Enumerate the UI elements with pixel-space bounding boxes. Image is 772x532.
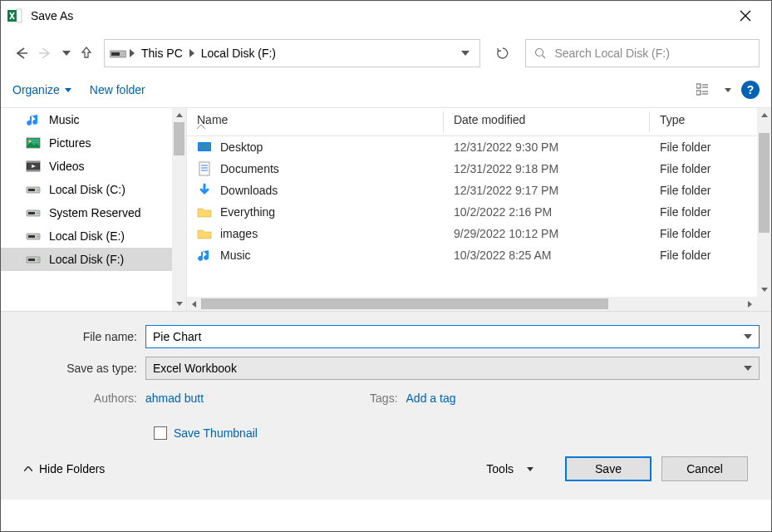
tree-item[interactable]: Local Disk (C:) [1, 178, 172, 201]
drive-icon [26, 205, 41, 220]
svg-rect-18 [27, 170, 40, 171]
tree-item[interactable]: Local Disk (E:) [1, 224, 172, 248]
column-date[interactable]: Date modified [444, 108, 650, 135]
authors-value[interactable]: ahmad butt [145, 392, 204, 405]
breadcrumb-location[interactable]: Local Disk (F:) [198, 47, 279, 60]
file-date: 12/31/2022 9:18 PM [444, 161, 650, 176]
back-button[interactable] [12, 45, 29, 62]
svg-point-27 [37, 236, 39, 238]
file-name-dropdown-icon[interactable] [744, 334, 752, 339]
file-row[interactable]: Everything 10/2/2022 2:16 PM File folder [187, 201, 771, 223]
file-vertical-scrollbar[interactable] [757, 108, 771, 297]
column-type[interactable]: Type [650, 108, 771, 135]
tags-value[interactable]: Add a tag [406, 392, 456, 405]
file-type: File folder [650, 161, 771, 176]
svg-rect-26 [28, 235, 35, 238]
file-name-input[interactable] [153, 330, 744, 343]
scroll-down-icon[interactable] [757, 283, 771, 297]
file-type: File folder [650, 248, 771, 263]
save-thumbnail-label[interactable]: Save Thumbnail [174, 426, 258, 440]
save-type-label: Save as type: [12, 362, 145, 375]
file-name: images [220, 227, 258, 240]
tree-item[interactable]: System Reserved [1, 201, 172, 224]
file-horizontal-scrollbar[interactable] [187, 297, 771, 311]
organize-menu[interactable]: Organize [12, 83, 71, 96]
save-type-dropdown-icon [744, 366, 752, 371]
tree-item-label: Local Disk (C:) [49, 183, 125, 196]
search-box[interactable] [525, 39, 760, 67]
tree-scrollbar[interactable] [172, 108, 186, 311]
titlebar: Save As [1, 1, 771, 31]
scroll-thumb[interactable] [201, 298, 608, 309]
file-name-field-wrap[interactable] [145, 325, 760, 348]
toolbar: Organize New folder ? [1, 76, 771, 108]
folder-icon [197, 226, 212, 241]
new-folder-button[interactable]: New folder [90, 83, 145, 96]
chevron-right-icon [130, 49, 135, 57]
file-row[interactable]: images 9/29/2022 10:12 PM File folder [187, 223, 771, 244]
scroll-left-icon[interactable] [187, 301, 201, 308]
scroll-right-icon[interactable] [743, 301, 757, 308]
tree-item[interactable]: Videos [1, 155, 172, 178]
music-icon [26, 112, 41, 127]
file-row[interactable]: Desktop 12/31/2022 9:30 PM File folder [187, 136, 771, 158]
hide-folders-button[interactable]: Hide Folders [24, 462, 105, 475]
search-input[interactable] [554, 47, 750, 60]
save-type-select[interactable]: Excel Workbook [145, 357, 760, 380]
chevron-up-icon [24, 466, 32, 471]
close-button[interactable] [726, 2, 765, 29]
recent-locations-dropdown[interactable] [62, 51, 71, 56]
tree-item[interactable]: Pictures [1, 131, 172, 155]
refresh-button[interactable] [489, 39, 517, 67]
file-row[interactable]: Downloads 12/31/2022 9:17 PM File folder [187, 180, 771, 201]
scroll-down-icon[interactable] [172, 297, 186, 311]
forward-button[interactable] [37, 45, 54, 62]
save-button[interactable]: Save [565, 456, 652, 481]
file-type: File folder [650, 226, 771, 241]
up-button[interactable] [79, 45, 96, 62]
file-header[interactable]: Name Date modified Type [187, 108, 771, 136]
file-row[interactable]: Documents 12/31/2022 9:18 PM File folder [187, 158, 771, 180]
videos-icon [26, 159, 41, 174]
cancel-button[interactable]: Cancel [661, 456, 748, 481]
form-area: File name: Save as type: Excel Workbook … [1, 311, 771, 500]
address-bar[interactable]: This PC Local Disk (F:) [104, 39, 480, 67]
tree-item-label: Pictures [49, 136, 91, 150]
file-name: Documents [220, 162, 279, 175]
svg-rect-17 [27, 161, 40, 163]
svg-rect-5 [111, 52, 120, 56]
scroll-up-icon[interactable] [757, 108, 771, 122]
save-thumbnail-checkbox[interactable] [154, 426, 167, 440]
view-dropdown-icon[interactable] [725, 88, 731, 92]
svg-rect-20 [28, 189, 35, 191]
file-name: Music [220, 249, 251, 262]
music-icon [197, 248, 212, 263]
tree-item-label: Local Disk (F:) [49, 253, 124, 266]
tools-menu[interactable]: Tools [486, 462, 534, 475]
download-icon [197, 183, 212, 198]
navigation-row: This PC Local Disk (F:) [1, 31, 771, 76]
scroll-thumb[interactable] [759, 133, 770, 233]
footer: Hide Folders Tools Save Cancel [12, 440, 760, 490]
address-dropdown-icon[interactable] [461, 51, 470, 56]
svg-point-24 [37, 213, 39, 214]
tree-item[interactable]: Music [1, 108, 172, 131]
tree-item[interactable]: Local Disk (F:) [1, 248, 172, 271]
drive-icon [110, 47, 126, 59]
search-icon [534, 47, 546, 59]
file-name: Desktop [220, 140, 263, 154]
tree-pane: MusicPicturesVideosLocal Disk (C:)System… [1, 108, 187, 311]
view-options-button[interactable] [696, 83, 715, 96]
help-button[interactable]: ? [741, 81, 760, 99]
window-title: Save As [31, 9, 73, 22]
tree-item-label: Local Disk (E:) [49, 229, 125, 243]
sort-caret-icon [197, 125, 434, 129]
breadcrumb-this-pc[interactable]: This PC [138, 47, 186, 60]
column-name[interactable]: Name [187, 108, 444, 135]
file-row[interactable]: Music 10/3/2022 8:25 AM File folder [187, 244, 771, 266]
scroll-thumb[interactable] [174, 122, 184, 155]
folder-icon [197, 204, 212, 219]
drive-icon [26, 182, 41, 197]
scroll-up-icon[interactable] [172, 108, 186, 122]
file-date: 12/31/2022 9:30 PM [444, 140, 650, 155]
